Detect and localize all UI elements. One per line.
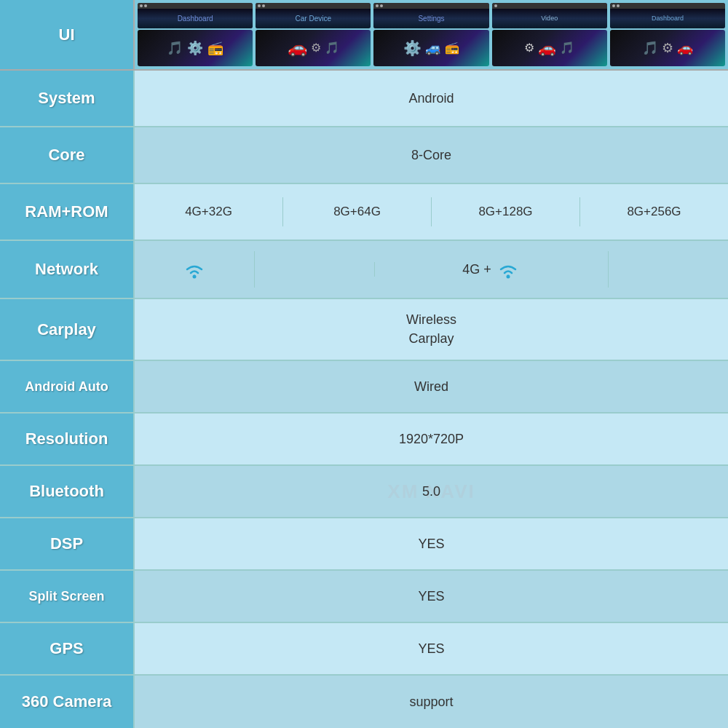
network-col-2 (255, 262, 375, 277)
network-col-3: 4G + (375, 251, 609, 288)
screenshot-bottom-3: ⚙️ 🚙 📻 (373, 30, 488, 66)
android-auto-label: Android Auto (25, 379, 108, 395)
ram-col-4: 8G+256G (580, 197, 728, 226)
row-core: Core 8-Core (0, 127, 728, 184)
ui-label-cell: UI (0, 0, 135, 69)
gps-value: YES (135, 623, 728, 674)
network-col-4 (609, 262, 728, 277)
row-network: Network 4G + (0, 241, 728, 299)
android-auto-label-cell: Android Auto (0, 361, 135, 412)
carplay-value: WirelessCarplay (135, 299, 728, 360)
network-col-1 (135, 251, 255, 288)
bluetooth-label: Bluetooth (29, 482, 104, 501)
resolution-label-cell: Resolution (0, 414, 135, 464)
split-screen-value: YES (135, 571, 728, 622)
spec-table: UI Dashboard 🎵 ⚙️ 📻 (0, 0, 728, 728)
ram-rom-label: RAM+ROM (25, 202, 108, 221)
android-auto-value: Wired (135, 361, 728, 412)
ui-label: UI (59, 25, 75, 44)
split-screen-label-cell: Split Screen (0, 571, 135, 622)
gps-label-cell: GPS (0, 623, 135, 674)
split-screen-label: Split Screen (28, 589, 104, 604)
system-label: System (38, 89, 95, 108)
bluetooth-label-cell: Bluetooth (0, 466, 135, 517)
network-4g-wifi: 4G + (462, 258, 521, 280)
screenshot-bottom-2: 🚗 ⚙ 🎵 (256, 30, 371, 66)
screenshot-bottom-4: ⚙ 🚗 🎵 (492, 30, 607, 66)
row-360-camera: 360 Camera support (0, 676, 728, 728)
row-carplay: Carplay WirelessCarplay (0, 299, 728, 361)
network-label-cell: Network (0, 241, 135, 298)
ram-col-1: 4G+32G (135, 197, 283, 226)
wifi-icon-1 (182, 258, 207, 280)
svg-point-1 (506, 275, 510, 279)
ui-screenshots-area: Dashboard 🎵 ⚙️ 📻 (135, 0, 728, 69)
dsp-value: YES (135, 518, 728, 569)
screenshot-group-4: Video ⚙ 🚗 🎵 (492, 3, 607, 66)
ram-col-2: 8G+64G (283, 197, 432, 226)
screenshot-top-5: Dashboard (610, 3, 725, 28)
screenshot-bottom-1: 🎵 ⚙️ 📻 (138, 30, 253, 66)
screenshot-top-1: Dashboard (138, 3, 253, 28)
network-label: Network (35, 260, 98, 279)
resolution-label: Resolution (25, 430, 108, 448)
core-label: Core (48, 146, 84, 165)
carplay-label: Carplay (37, 320, 96, 339)
360-camera-value: support (135, 676, 728, 728)
core-label-cell: Core (0, 127, 135, 183)
row-bluetooth: Bluetooth XM NAVI 5.0 (0, 466, 728, 518)
360-camera-label-cell: 360 Camera (0, 676, 135, 728)
row-dsp: DSP YES (0, 518, 728, 571)
row-system: System Android (0, 71, 728, 127)
screenshot-top-2: Car Device (256, 3, 371, 28)
network-values: 4G + (135, 241, 728, 298)
row-android-auto: Android Auto Wired (0, 361, 728, 414)
screenshot-group-2: Car Device 🚗 ⚙ 🎵 (256, 3, 371, 66)
screenshot-group-3: Settings ⚙️ 🚙 📻 (373, 3, 488, 66)
ram-rom-label-cell: RAM+ROM (0, 184, 135, 240)
screenshot-bottom-5: 🎵 ⚙ 🚗 (610, 30, 725, 66)
resolution-value: 1920*720P (135, 414, 728, 464)
screenshot-group-1: Dashboard 🎵 ⚙️ 📻 (138, 3, 253, 66)
wifi-icon-2 (496, 258, 521, 280)
row-split-screen: Split Screen YES (0, 571, 728, 623)
dsp-label: DSP (50, 534, 83, 553)
screenshot-group-5: Dashboard 🎵 ⚙ 🚗 (610, 3, 725, 66)
ram-rom-values: 4G+32G 8G+64G 8G+128G 8G+256G (135, 184, 728, 240)
screenshot-top-4: Video (492, 3, 607, 28)
system-label-cell: System (0, 71, 135, 126)
row-ram-rom: RAM+ROM 4G+32G 8G+64G 8G+128G 8G+256G (0, 184, 728, 241)
screenshot-top-3: Settings (373, 3, 488, 28)
row-resolution: Resolution 1920*720P (0, 414, 728, 466)
svg-point-0 (193, 275, 197, 279)
core-value: 8-Core (135, 127, 728, 183)
bluetooth-value: XM NAVI 5.0 (135, 466, 728, 517)
ram-col-3: 8G+128G (432, 197, 580, 226)
dsp-label-cell: DSP (0, 518, 135, 569)
ui-header-row: UI Dashboard 🎵 ⚙️ 📻 (0, 0, 728, 71)
gps-label: GPS (50, 639, 83, 658)
system-value: Android (135, 71, 728, 126)
row-gps: GPS YES (0, 623, 728, 676)
carplay-label-cell: Carplay (0, 299, 135, 360)
360-camera-label: 360 Camera (22, 692, 112, 711)
